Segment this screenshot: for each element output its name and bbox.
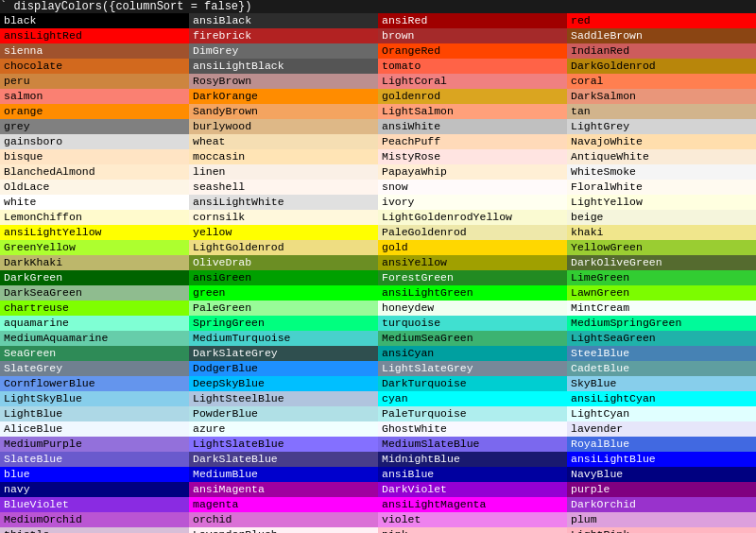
color-item: LightSlateGrey bbox=[378, 361, 567, 376]
color-item: moccasin bbox=[189, 149, 378, 164]
color-item: thistle bbox=[0, 527, 189, 533]
color-item: GreenYellow bbox=[0, 240, 189, 255]
color-item: DodgerBlue bbox=[189, 361, 378, 376]
color-item: LightPink bbox=[567, 527, 756, 533]
color-item: DarkGoldenrod bbox=[567, 59, 756, 74]
color-item: navy bbox=[0, 482, 189, 497]
color-item: LightSteelBlue bbox=[189, 391, 378, 406]
color-item: DarkTurquoise bbox=[378, 376, 567, 391]
color-item: MediumAquamarine bbox=[0, 331, 189, 346]
color-item: ansiMagenta bbox=[189, 482, 378, 497]
color-item: MediumTurquoise bbox=[189, 331, 378, 346]
color-item: orchid bbox=[189, 512, 378, 527]
color-item: cyan bbox=[378, 391, 567, 406]
color-item: ansiLightYellow bbox=[0, 225, 189, 240]
color-item: CadetBlue bbox=[567, 361, 756, 376]
color-item: CornflowerBlue bbox=[0, 376, 189, 391]
color-item: peru bbox=[0, 74, 189, 89]
color-item: DarkSlateGrey bbox=[189, 346, 378, 361]
color-item: violet bbox=[378, 512, 567, 527]
color-item: LightBlue bbox=[0, 406, 189, 421]
color-item: LimeGreen bbox=[567, 270, 756, 285]
color-item: ansiCyan bbox=[378, 346, 567, 361]
color-item: DarkSeaGreen bbox=[0, 285, 189, 301]
color-item: LightCoral bbox=[378, 74, 567, 89]
title-text: ` displayColors({columnSort = false}) bbox=[0, 0, 251, 13]
color-item: DarkGreen bbox=[0, 270, 189, 285]
color-item: tomato bbox=[378, 59, 567, 74]
color-item: RosyBrown bbox=[189, 74, 378, 89]
color-item: WhiteSmoke bbox=[567, 164, 756, 180]
color-item: ansiYellow bbox=[378, 255, 567, 270]
color-item: lavender bbox=[567, 421, 756, 437]
color-item: seashell bbox=[189, 180, 378, 195]
color-item: azure bbox=[189, 421, 378, 437]
color-item: yellow bbox=[189, 225, 378, 240]
color-item: LightSalmon bbox=[378, 104, 567, 119]
column-3: redSaddleBrownIndianRedDarkGoldenrodcora… bbox=[567, 13, 756, 533]
color-item: ansiLightWhite bbox=[189, 195, 378, 210]
color-item: beige bbox=[567, 210, 756, 225]
color-item: LightSlateBlue bbox=[189, 437, 378, 452]
color-item: OldLace bbox=[0, 180, 189, 195]
color-item: DimGrey bbox=[189, 43, 378, 59]
color-item: DarkOrange bbox=[189, 89, 378, 104]
color-item: firebrick bbox=[189, 28, 378, 43]
color-item: NavyBlue bbox=[567, 467, 756, 482]
color-item: LightGoldenrod bbox=[189, 240, 378, 255]
color-item: bisque bbox=[0, 149, 189, 164]
color-item: ForestGreen bbox=[378, 270, 567, 285]
color-item: SlateBlue bbox=[0, 452, 189, 467]
color-item: LightYellow bbox=[567, 195, 756, 210]
color-item: SandyBrown bbox=[189, 104, 378, 119]
color-item: ansiGreen bbox=[189, 270, 378, 285]
color-item: brown bbox=[378, 28, 567, 43]
title-bar: ` displayColors({columnSort = false}) bbox=[0, 0, 756, 13]
color-item: black bbox=[0, 13, 189, 28]
color-item: LightSkyBlue bbox=[0, 391, 189, 406]
color-item: plum bbox=[567, 512, 756, 527]
color-item: ansiLightGreen bbox=[378, 285, 567, 301]
column-0: blackansiLightRedsiennachocolateperusalm… bbox=[0, 13, 189, 533]
color-item: SpringGreen bbox=[189, 316, 378, 331]
color-item: purple bbox=[567, 482, 756, 497]
color-item: BlanchedAlmond bbox=[0, 164, 189, 180]
color-item: SlateGrey bbox=[0, 361, 189, 376]
color-item: RoyalBlue bbox=[567, 437, 756, 452]
color-item: ansiLightBlue bbox=[567, 452, 756, 467]
column-1: ansiBlackfirebrickDimGreyansiLightBlackR… bbox=[189, 13, 378, 533]
color-item: DeepSkyBlue bbox=[189, 376, 378, 391]
color-item: SaddleBrown bbox=[567, 28, 756, 43]
color-item: ansiLightCyan bbox=[567, 391, 756, 406]
color-item: SkyBlue bbox=[567, 376, 756, 391]
color-item: SeaGreen bbox=[0, 346, 189, 361]
color-item: OliveDrab bbox=[189, 255, 378, 270]
color-item: NavajoWhite bbox=[567, 134, 756, 149]
color-item: DarkSalmon bbox=[567, 89, 756, 104]
color-item: PaleGoldenrod bbox=[378, 225, 567, 240]
column-2: ansiRedbrownOrangeRedtomatoLightCoralgol… bbox=[378, 13, 567, 533]
color-item: LightCyan bbox=[567, 406, 756, 421]
color-item: OrangeRed bbox=[378, 43, 567, 59]
color-item: gainsboro bbox=[0, 134, 189, 149]
color-item: pink bbox=[378, 527, 567, 533]
color-item: sienna bbox=[0, 43, 189, 59]
color-item: MediumSlateBlue bbox=[378, 437, 567, 452]
color-item: linen bbox=[189, 164, 378, 180]
color-item: GhostWhite bbox=[378, 421, 567, 437]
color-item: PaleGreen bbox=[189, 301, 378, 316]
color-item: turquoise bbox=[378, 316, 567, 331]
color-item: LavenderBlush bbox=[189, 527, 378, 533]
color-item: ansiLightRed bbox=[0, 28, 189, 43]
color-item: MidnightBlue bbox=[378, 452, 567, 467]
color-item: MistyRose bbox=[378, 149, 567, 164]
color-item: goldenrod bbox=[378, 89, 567, 104]
color-item: YellowGreen bbox=[567, 240, 756, 255]
color-item: ansiWhite bbox=[378, 119, 567, 134]
color-item: aquamarine bbox=[0, 316, 189, 331]
color-item: ansiLightBlack bbox=[189, 59, 378, 74]
color-item: green bbox=[189, 285, 378, 301]
color-item: PeachPuff bbox=[378, 134, 567, 149]
color-item: orange bbox=[0, 104, 189, 119]
color-item: red bbox=[567, 13, 756, 28]
